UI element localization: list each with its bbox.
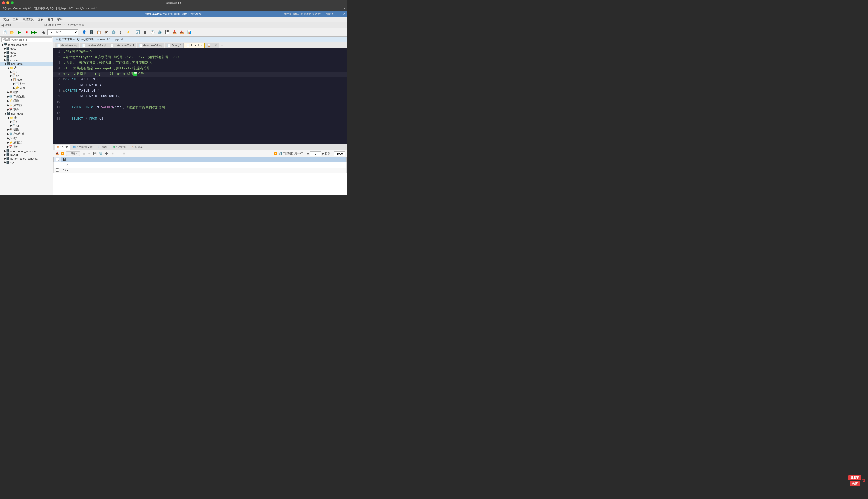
tree-perf-schema[interactable]: ▶ 🗄️ performance_schema [0,157,53,160]
db-select[interactable]: hsp_db02 [48,29,78,35]
tree-hsp-db03-trigger[interactable]: ▶ ⚡ 触发器 [0,141,53,145]
result-view2-btn[interactable]: ≡ [116,151,121,156]
tree-idx[interactable]: ▶ 🔑 索引 [0,86,53,90]
result-save-btn[interactable]: 💾 [93,151,97,156]
view-btn[interactable]: 👁️ [103,29,109,36]
sql-tab-database02[interactable]: 📄 database02.sql [80,42,108,48]
tree-hsp-db02[interactable]: ▼ 🗄️ hsp_db02 [0,62,53,66]
tree-hsp-db03-event[interactable]: ▶ 📅 事件 [0,145,53,149]
menu-qita[interactable]: 其他 [1,17,11,22]
export-btn[interactable]: 📤 [179,29,185,36]
user-btn[interactable]: 👤 [81,29,87,36]
open-btn[interactable]: 📂 [9,29,15,36]
maximize-btn[interactable] [11,1,14,4]
close-icon[interactable]: ✕ [343,7,345,10]
tree-col[interactable]: ▶ 📑 栏位 [0,82,53,86]
result-tab-2[interactable]: ▦ 2 个配置文件 [71,145,95,150]
row-count-input[interactable] [334,151,345,156]
tree-info-schema[interactable]: ▶ 🗄️ information_schema [0,149,53,153]
schema-btn[interactable]: 🗄️ [88,29,95,36]
tab-close-icon[interactable]: ✕ [200,44,202,47]
result-tab-1[interactable]: ▦ 1 结果 [54,145,70,150]
sql-tab-database04[interactable]: 📄 database04.sql [136,42,165,48]
sql-tab-int[interactable]: 📄 int.sql ✕ [184,42,204,48]
tree-db02[interactable]: ▶ 🗄️ db02 [0,50,53,54]
tree-hsp-db03-func[interactable]: ▶ ƒ 函数 [0,136,53,141]
trigger-btn[interactable]: ⚡ [125,29,132,36]
result-first-btn[interactable]: ⏮ [81,151,86,156]
result-view3-btn[interactable]: ⊟ [122,151,127,156]
result-del-btn[interactable]: 🗑️ [98,151,103,156]
col-id[interactable]: id [61,157,347,162]
minimize-btn[interactable] [7,1,9,4]
backup-btn[interactable]: 💾 [164,29,170,36]
menu-jiaoyi[interactable]: 交易 [36,17,46,22]
sql-tab-database[interactable]: 📄 database.sql [54,42,80,48]
menu-bangzhu[interactable]: 帮助 [55,17,65,22]
tree-hsp-db03-view[interactable]: ▶ 👁️ 视图 [0,127,53,132]
row-id-1[interactable]: -128 [61,162,347,168]
tree-db03[interactable]: ▶ 🗄️ db03 [0,54,53,58]
sql-tab-query1[interactable]: 📄 Query 1 [165,42,184,48]
menu-gongju[interactable]: 工具 [11,17,21,22]
ad-close-icon[interactable]: ✕ [343,12,345,16]
result-add-btn[interactable]: ➕ [104,151,109,156]
run2-btn[interactable]: ▶▶ [31,29,37,36]
refresh-btn[interactable]: 🔄 [134,29,141,36]
close-btn[interactable] [2,1,5,4]
tree-event[interactable]: ▶ 📅 事件 [0,107,53,112]
func-btn[interactable]: ƒ [118,29,124,36]
clock-btn[interactable]: 🕐 [149,29,156,36]
row-id-2[interactable]: 127 [61,168,347,173]
run-btn[interactable]: ▶ [16,29,23,36]
select-all-checkbox[interactable] [56,158,59,161]
tree-t2[interactable]: ▶ 📋 t2 [0,74,53,78]
tree-ecshop[interactable]: ▶ 🗄️ ecshop [0,58,53,62]
tree-mysql[interactable]: ▶ 🗄️ mysql [0,153,53,157]
new-query-btn[interactable]: 📄 [1,29,8,36]
code-editor[interactable]: 1 #演示整型的是一个 2 #老韩使用tinyint 来演示范围 有符号 -12… [53,48,347,144]
row-check-1[interactable] [56,163,59,166]
result-tab-3[interactable]: ℹ 3 信息 [95,145,110,150]
stop-btn[interactable]: ■ [23,29,30,36]
table-btn[interactable]: 📋 [95,29,102,36]
add-tab-btn[interactable]: + [220,42,224,48]
result-view1-btn[interactable]: ⊞ [110,151,115,156]
menu-chuangkou[interactable]: 窗口 [46,17,55,22]
tree-view[interactable]: ▶ 👁️ 视图 [0,90,53,94]
tree-db01[interactable]: ▶ 🗄️ db01 [0,47,53,50]
result-prev-btn[interactable]: ◀ [87,151,91,156]
tree-hsp-db03-table[interactable]: ▼ 📁 表 [0,115,53,120]
row-check-2[interactable] [56,168,59,172]
result-filter-btn[interactable]: 🔽 [60,151,65,156]
result-export-btn[interactable]: 📤 [54,151,60,156]
tree-func[interactable]: ▶ ⚡ 函数 [0,99,53,103]
filter-input[interactable] [1,37,52,42]
result-tab-4[interactable]: ▦ 4 表数据 [110,145,129,150]
tree-hsp-db03[interactable]: ▼ 🗄️ hsp_db03 [0,112,53,115]
first-row-input[interactable] [310,151,321,156]
restore-btn[interactable]: 📥 [171,29,178,36]
menu-gaoji[interactable]: 高级工具 [21,17,36,22]
result-tab-5[interactable]: ⚠ 5 信息 [130,145,145,150]
nav-first-icon[interactable]: ⏮ [306,152,309,155]
tree-table-group[interactable]: ▼ 📁 表 [0,66,53,70]
tree-hsp-db03-t2[interactable]: ▶ 📋 t2 [0,124,53,127]
tree-trigger[interactable]: ▶ ⚡ 触发器 [0,103,53,107]
settings-btn[interactable]: ⚙️ [156,29,163,36]
tree-user[interactable]: ▼ 📋 user [0,78,53,82]
tree-hsp-db03-t1[interactable]: ▶ 📋 t1 [0,120,53,124]
sql-tab-t1[interactable]: 📋 t1 ✕ [205,42,219,48]
import-btn[interactable]: 📊 [186,29,192,36]
tree-root[interactable]: ▼ 🖥️ root@localhost [0,43,53,47]
tree-proc[interactable]: ▶ ⚙️ 存储过程 [0,94,53,99]
nav-next-icon[interactable]: ▶ [322,152,324,155]
stop2-btn[interactable]: ⏹ [142,29,148,36]
nav-back-icon[interactable]: ◀ [1,23,4,27]
tree-hsp-db03-proc[interactable]: ▶ ⚙️ 存储过程 [0,132,53,136]
tab-close-icon[interactable]: ✕ [215,44,217,47]
tree-t1[interactable]: ▶ 📋 t1 [0,70,53,74]
tree-sys[interactable]: ▶ 🗄️ sys [0,160,53,164]
connect-btn[interactable]: 🔌 [40,29,47,36]
sql-tab-database03[interactable]: 📄 database03.sql [108,42,136,48]
